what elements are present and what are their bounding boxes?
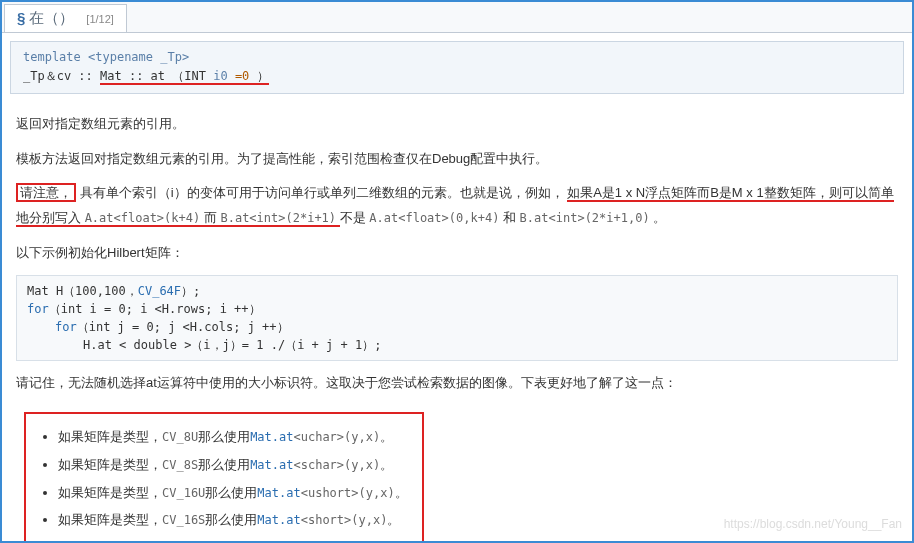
note-label-box: 请注意， — [16, 183, 76, 202]
code-l2a: for — [27, 302, 49, 316]
decl-eq: =0 — [235, 69, 249, 83]
code-l1b: CV_64F — [138, 284, 181, 298]
decl-template-line: template <typename _Tp> — [23, 50, 891, 64]
tab-word: 在（） — [29, 9, 74, 28]
list-item: 如果矩阵是类型，CV_16U那么使用Mat.at<ushort>(y,x)。 — [58, 481, 408, 506]
li-fn[interactable]: Mat.at — [250, 430, 293, 444]
li-fn[interactable]: Mat.at — [250, 458, 293, 472]
note-period: 。 — [653, 210, 666, 225]
note-he: 和 — [503, 210, 516, 225]
decl-signature-line: _Tp＆cv :: Mat :: at （INT i0 =0 ） — [23, 68, 891, 85]
code-line-4: H.at < double >（i，j）= 1 ./（i + j + 1）; — [27, 336, 887, 354]
li-pre: 如果矩阵是类型， — [58, 485, 162, 500]
li-fn[interactable]: Mat.at — [257, 486, 300, 500]
li-args: <ushort>(y,x) — [301, 486, 395, 500]
li-fn[interactable]: Mat.at — [257, 513, 300, 527]
para-template: 模板方法返回对指定数组元素的引用。为了提高性能，索引范围检查仅在Debug配置中… — [16, 147, 898, 172]
li-args: <uchar>(y,x) — [293, 430, 380, 444]
code-line-2: for（int i = 0; i <H.rows; i ++） — [27, 300, 887, 318]
li-mid: 那么使用 — [198, 429, 250, 444]
decl-suffix: ） — [257, 69, 269, 83]
note-not: 不是 — [340, 210, 366, 225]
type-list: 如果矩阵是类型，CV_8U那么使用Mat.at<uchar>(y,x)。 如果矩… — [40, 425, 408, 543]
code-l3b: （int j = 0; j <H.cols; j ++） — [77, 320, 289, 334]
tab-at[interactable]: § 在（） [1/12] — [4, 4, 127, 32]
li-cv: CV_16S — [162, 513, 205, 527]
code-l1c: ）; — [181, 284, 200, 298]
li-cv: CV_8U — [162, 430, 198, 444]
li-suf: 。 — [380, 429, 393, 444]
list-item: 如果矩阵是类型，CV_8U那么使用Mat.at<uchar>(y,x)。 — [58, 425, 408, 450]
list-item: 如果矩阵是类型，CV_8S那么使用Mat.at<schar>(y,x)。 — [58, 453, 408, 478]
declaration-box: template <typename _Tp> _Tp＆cv :: Mat ::… — [10, 41, 904, 94]
decl-mat-at-underlined: Mat :: at （INT i0 =0 ） — [100, 69, 269, 85]
li-cv: CV_8S — [162, 458, 198, 472]
li-mid: 那么使用 — [205, 512, 257, 527]
li-pre: 如果矩阵是类型， — [58, 429, 162, 444]
list-item: 如果矩阵是类型，CV_32S那么使用Mat.at<int>(y,x)。 — [58, 536, 408, 543]
code-l1a: Mat H（100,100， — [27, 284, 138, 298]
decl-prefix: _Tp＆cv :: — [23, 69, 93, 83]
list-item: 如果矩阵是类型，CV_16S那么使用Mat.at<short>(y,x)。 — [58, 508, 408, 533]
content-area: 返回对指定数组元素的引用。 模板方法返回对指定数组元素的引用。为了提高性能，索引… — [2, 98, 912, 543]
para-hilbert: 以下示例初始化Hilbert矩阵： — [16, 241, 898, 266]
li-suf: 。 — [395, 485, 408, 500]
li-pre: 如果矩阵是类型， — [58, 512, 162, 527]
note-code3: A.at<float>(0,k+4) — [369, 211, 499, 225]
watermark: https://blog.csdn.net/Young__Fan — [724, 517, 902, 531]
para-reminder: 请记住，无法随机选择at运算符中使用的大小标识符。这取决于您尝试检索数据的图像。… — [16, 371, 898, 396]
li-cv: CV_16U — [162, 486, 205, 500]
li-pre: 如果矩阵是类型， — [58, 457, 162, 472]
decl-mid: Mat :: at （INT — [100, 69, 213, 83]
code-line-1: Mat H（100,100，CV_64F）; — [27, 282, 887, 300]
li-mid: 那么使用 — [198, 457, 250, 472]
tab-symbol: § — [17, 9, 25, 26]
note-code1: A.at<float>(k+4) — [85, 211, 201, 225]
note-code4: B.at<int>(2*i+1,0) — [520, 211, 650, 225]
tab-index: [1/12] — [86, 13, 114, 25]
para-return: 返回对指定数组元素的引用。 — [16, 112, 898, 137]
type-table-frame: 如果矩阵是类型，CV_8U那么使用Mat.at<uchar>(y,x)。 如果矩… — [24, 412, 424, 543]
note-and: 而 — [204, 210, 217, 225]
li-args: <schar>(y,x) — [293, 458, 380, 472]
li-suf: 。 — [387, 512, 400, 527]
note-code2: B.at<int>(2*i+1) — [220, 211, 336, 225]
note-mid1: 具有单个索引（i）的变体可用于访问单行或单列二维数组的元素。也就是说，例如， — [80, 185, 564, 200]
code-l3a: for — [55, 320, 77, 334]
code-l2b: （int i = 0; i <H.rows; i ++） — [49, 302, 261, 316]
tab-bar: § 在（） [1/12] — [2, 2, 912, 33]
li-suf: 。 — [380, 457, 393, 472]
code-block-hilbert: Mat H（100,100，CV_64F）; for（int i = 0; i … — [16, 275, 898, 361]
li-mid: 那么使用 — [205, 485, 257, 500]
code-line-3: for（int j = 0; j <H.cols; j ++） — [27, 318, 887, 336]
li-args: <short>(y,x) — [301, 513, 388, 527]
para-note: 请注意， 具有单个索引（i）的变体可用于访问单行或单列二维数组的元素。也就是说，… — [16, 181, 898, 230]
decl-i0: i0 — [213, 69, 235, 83]
